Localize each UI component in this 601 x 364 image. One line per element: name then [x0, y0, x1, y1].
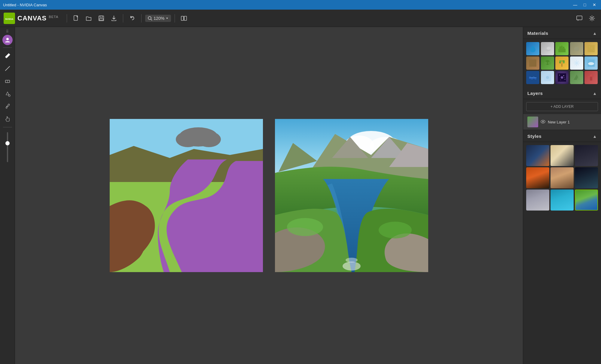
avatar[interactable] — [2, 35, 13, 45]
fill-tool-button[interactable] — [2, 88, 13, 99]
layers-panel: Layers ▲ + ADD LAYER New Layer 1 — [523, 87, 601, 130]
svg-rect-5 — [99, 19, 103, 20]
materials-title: Materials — [527, 31, 548, 36]
svg-point-34 — [346, 258, 358, 262]
style-item-9[interactable] — [575, 190, 598, 211]
export-button[interactable] — [108, 13, 119, 24]
svg-rect-42 — [587, 45, 595, 52]
materials-grid — [523, 39, 601, 87]
undo-button[interactable] — [127, 13, 138, 24]
photo-surface — [275, 119, 428, 272]
style-item-5[interactable] — [551, 167, 574, 188]
svg-point-61 — [546, 76, 549, 79]
compare-button[interactable] — [178, 13, 189, 24]
close-button[interactable]: ✕ — [591, 1, 598, 8]
app-name: CANVAS BETA — [17, 14, 58, 22]
styles-header: Styles ▲ — [523, 130, 601, 142]
style-item-4[interactable] — [526, 167, 549, 188]
brush-size-knob — [5, 141, 10, 145]
svg-point-43 — [589, 47, 590, 47]
svg-point-65 — [563, 75, 564, 76]
drawing-canvas[interactable] — [110, 119, 263, 272]
material-mountain[interactable] — [570, 71, 583, 84]
svg-point-59 — [588, 62, 594, 65]
material-cloud[interactable] — [541, 42, 554, 55]
settings-button[interactable] — [587, 13, 597, 24]
svg-point-49 — [548, 62, 551, 65]
material-ice[interactable] — [541, 71, 554, 84]
style-item-6[interactable] — [575, 167, 598, 188]
line-tool-button[interactable] — [2, 63, 13, 74]
svg-point-13 — [6, 38, 9, 40]
material-dirt[interactable] — [526, 56, 539, 70]
style-item-3[interactable] — [575, 145, 598, 166]
svg-point-33 — [343, 262, 361, 271]
svg-point-35 — [287, 218, 323, 236]
material-shrine[interactable] — [584, 71, 598, 84]
style-item-7[interactable] — [526, 190, 549, 211]
open-file-button[interactable] — [83, 13, 94, 24]
layer-item[interactable]: New Layer 1 — [523, 114, 601, 130]
svg-line-14 — [5, 66, 10, 71]
material-snow[interactable] — [570, 56, 583, 70]
title-text: Untitled - NVIDIA Canvas — [3, 3, 47, 7]
svg-point-6 — [148, 17, 151, 20]
main-area: ⠿ — [0, 27, 601, 364]
new-file-button[interactable] — [71, 13, 81, 24]
material-galaxy[interactable] — [555, 71, 569, 84]
svg-point-45 — [593, 50, 594, 51]
svg-rect-40 — [558, 49, 566, 52]
layer-visibility-button[interactable] — [541, 120, 545, 124]
style-item-8[interactable] — [551, 190, 574, 211]
drawing-surface[interactable] — [110, 119, 263, 272]
materials-collapse-button[interactable]: ▲ — [593, 31, 597, 36]
material-sky[interactable] — [584, 56, 598, 70]
zoom-control[interactable]: 120% — [145, 15, 171, 22]
svg-point-68 — [564, 77, 565, 78]
svg-point-23 — [197, 132, 221, 147]
material-rock[interactable] — [570, 42, 583, 55]
nvidia-logo: NVIDIA — [4, 13, 15, 24]
svg-rect-73 — [589, 76, 593, 77]
style-item-1[interactable] — [526, 145, 549, 166]
svg-point-17 — [8, 95, 10, 96]
grid-dots-icon[interactable]: ⠿ — [6, 29, 9, 34]
chat-button[interactable] — [574, 13, 585, 24]
sidebar-divider-1 — [3, 47, 12, 48]
layers-collapse-button[interactable]: ▲ — [593, 91, 597, 96]
material-sand[interactable] — [584, 42, 598, 55]
material-grass[interactable] — [555, 42, 569, 55]
add-layer-button[interactable]: + ADD LAYER — [526, 102, 598, 111]
svg-point-64 — [559, 75, 560, 75]
svg-point-12 — [591, 17, 593, 19]
svg-point-66 — [560, 80, 561, 80]
material-bush[interactable] — [541, 56, 554, 70]
style-item-2[interactable] — [551, 145, 574, 166]
eyedropper-tool-button[interactable] — [2, 101, 13, 112]
left-sidebar: ⠿ — [0, 27, 15, 364]
material-wave[interactable] — [526, 71, 539, 84]
svg-point-75 — [542, 121, 544, 123]
svg-rect-4 — [100, 16, 102, 18]
save-file-button[interactable] — [96, 13, 107, 24]
minimize-button[interactable]: — — [572, 1, 579, 8]
material-palm[interactable] — [555, 56, 569, 70]
zoom-level: 120% — [154, 16, 164, 21]
maximize-button[interactable]: □ — [581, 1, 588, 8]
pan-tool-button[interactable] — [2, 113, 13, 125]
styles-panel: Styles ▲ — [523, 130, 601, 364]
svg-point-53 — [561, 61, 563, 64]
svg-point-39 — [547, 47, 551, 50]
material-water[interactable] — [526, 42, 539, 55]
toolbar-divider-1 — [67, 14, 67, 23]
brush-size-slider[interactable] — [7, 132, 8, 162]
svg-rect-9 — [184, 16, 187, 20]
svg-rect-8 — [181, 16, 184, 20]
svg-rect-11 — [577, 16, 582, 20]
eraser-tool-button[interactable] — [2, 75, 13, 87]
layers-title: Layers — [527, 91, 543, 96]
title-bar-controls: — □ ✕ — [572, 1, 598, 8]
layers-header: Layers ▲ — [523, 87, 601, 99]
styles-collapse-button[interactable]: ▲ — [593, 134, 597, 139]
brush-tool-button[interactable] — [2, 50, 13, 62]
